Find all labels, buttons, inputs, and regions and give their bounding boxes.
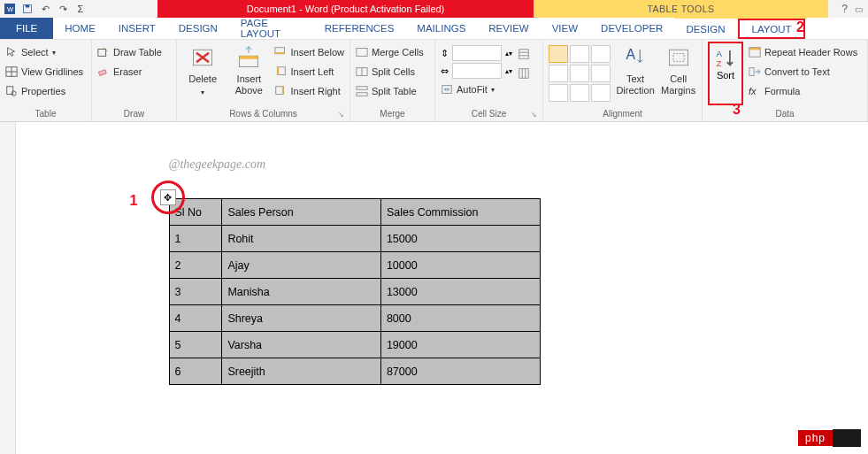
- dropdown-icon: ▾: [491, 86, 495, 94]
- svg-rect-36: [672, 54, 683, 62]
- table-cell[interactable]: 87000: [380, 358, 540, 385]
- save-icon[interactable]: [21, 3, 34, 15]
- insert-above-button[interactable]: Insert Above: [228, 42, 269, 105]
- tab-page-layout[interactable]: PAGE LAYOUT: [229, 18, 313, 39]
- table-cell[interactable]: 1: [169, 226, 222, 252]
- table-row[interactable]: 1Rohit15000: [169, 226, 540, 252]
- text-direction-icon: A: [623, 45, 648, 70]
- alignment-grid[interactable]: [549, 42, 611, 102]
- eraser-button[interactable]: Eraser: [97, 63, 162, 81]
- table-cell[interactable]: 10000: [380, 252, 540, 279]
- distribute-rows-button[interactable]: [518, 45, 534, 63]
- distribute-cols-button[interactable]: [518, 65, 534, 82]
- table-cell[interactable]: 19000: [380, 332, 540, 358]
- tab-review[interactable]: REVIEW: [477, 18, 540, 39]
- table-row[interactable]: 6Sreejith87000: [169, 358, 540, 385]
- distribute-rows-icon: [518, 48, 530, 60]
- php-badge: php: [798, 429, 861, 447]
- dropdown-icon: ▾: [201, 88, 204, 96]
- table-cell[interactable]: 5: [169, 332, 222, 358]
- group-label-data: Data: [708, 107, 862, 121]
- svg-rect-41: [749, 68, 754, 76]
- table-move-handle[interactable]: ✥: [160, 189, 176, 205]
- merge-cells-button[interactable]: Merge Cells: [356, 43, 424, 61]
- draw-table-icon: [97, 46, 110, 58]
- insert-right-icon: [274, 85, 287, 97]
- table-cell[interactable]: Rohit: [222, 226, 381, 252]
- table-cell[interactable]: Manisha: [222, 279, 381, 305]
- table-cell[interactable]: 2: [169, 252, 222, 279]
- tab-references[interactable]: REFERENCES: [313, 18, 406, 39]
- col-width-input[interactable]: ⇔▴▾: [441, 63, 512, 79]
- svg-text:A: A: [626, 47, 636, 62]
- table-row[interactable]: 5Varsha19000: [169, 332, 540, 358]
- dialog-launcher-icon[interactable]: ↘: [338, 111, 344, 119]
- redo-icon[interactable]: ↷: [57, 3, 69, 15]
- insert-below-button[interactable]: Insert Below: [274, 43, 344, 61]
- cell-margins-icon: [666, 45, 691, 70]
- group-label-merge: Merge: [356, 107, 429, 121]
- insert-left-button[interactable]: Insert Left: [274, 63, 344, 81]
- tab-insert[interactable]: INSERT: [107, 18, 167, 39]
- cell-margins-button[interactable]: Cell Margins: [660, 42, 696, 105]
- table-cell[interactable]: Shreya: [222, 305, 381, 332]
- split-cells-icon: [356, 65, 368, 78]
- draw-table-button[interactable]: Draw Table: [97, 43, 162, 61]
- undo-icon[interactable]: ↶: [39, 3, 51, 15]
- tab-design[interactable]: DESIGN: [167, 18, 229, 39]
- table-row[interactable]: 4Shreya8000: [169, 305, 540, 332]
- tab-view[interactable]: VIEW: [541, 18, 589, 39]
- col-width-icon: ⇔: [441, 65, 449, 77]
- select-button[interactable]: Select ▾: [5, 43, 83, 61]
- eraser-icon: [97, 65, 110, 78]
- insert-above-icon: [236, 45, 261, 70]
- table-cell[interactable]: 4: [169, 305, 222, 332]
- autofit-button[interactable]: AutoFit ▾: [441, 81, 512, 98]
- table-cell[interactable]: 15000: [380, 226, 540, 252]
- tab-file[interactable]: FILE: [0, 18, 53, 39]
- sales-table[interactable]: Sl No Sales Person Sales Commission 1Roh…: [169, 198, 541, 385]
- table-cell[interactable]: 6: [169, 358, 222, 385]
- convert-to-text-button[interactable]: Convert to Text: [749, 63, 857, 81]
- svg-rect-9: [98, 50, 106, 57]
- watermark-text: @thegeekpage.com: [169, 158, 753, 172]
- dialog-launcher-icon[interactable]: ↘: [531, 111, 537, 119]
- help-icon[interactable]: ?: [841, 3, 848, 15]
- insert-right-button[interactable]: Insert Right: [274, 82, 344, 100]
- split-table-button[interactable]: Split Table: [356, 82, 424, 100]
- table-cell[interactable]: 8000: [380, 305, 540, 332]
- sort-button[interactable]: AZ Sort: [708, 42, 743, 105]
- tab-mailings[interactable]: MAILINGS: [405, 18, 477, 39]
- ribbon-options-icon[interactable]: ▭: [855, 4, 863, 14]
- table-cell[interactable]: 13000: [380, 279, 540, 305]
- formula-button[interactable]: fxFormula: [749, 82, 857, 100]
- autosum-icon[interactable]: Σ: [74, 3, 87, 15]
- tab-home[interactable]: HOME: [53, 18, 107, 39]
- table-cell[interactable]: Ajay: [222, 252, 381, 279]
- col-header[interactable]: Sales Commission: [380, 199, 540, 226]
- table-cell[interactable]: Sreejith: [222, 358, 381, 385]
- app-icon: W: [4, 3, 16, 15]
- svg-text:A: A: [716, 49, 722, 58]
- col-header[interactable]: Sales Person: [222, 199, 381, 226]
- text-direction-button[interactable]: A Text Direction: [616, 42, 655, 105]
- svg-point-8: [12, 91, 16, 96]
- table-row[interactable]: 2Ajay10000: [169, 252, 540, 279]
- tab-table-design[interactable]: DESIGN: [674, 19, 736, 39]
- svg-rect-25: [357, 87, 367, 90]
- window-title: Document1 - Word (Product Activation Fai…: [157, 0, 534, 18]
- annotation-1: 1: [130, 193, 138, 209]
- table-row[interactable]: 3Manisha13000: [169, 279, 540, 305]
- properties-button[interactable]: Properties: [5, 82, 83, 100]
- repeat-header-rows-button[interactable]: Repeat Header Rows: [749, 43, 857, 61]
- row-height-input[interactable]: ⇕▴▾: [441, 45, 512, 61]
- table-cell[interactable]: 3: [169, 279, 222, 305]
- group-label-table: Table: [5, 107, 86, 121]
- cursor-icon: [5, 46, 18, 58]
- delete-button[interactable]: Delete▾: [182, 42, 223, 105]
- view-gridlines-button[interactable]: View Gridlines: [5, 63, 83, 81]
- split-cells-button[interactable]: Split Cells: [356, 63, 424, 81]
- tab-developer[interactable]: DEVELOPER: [589, 18, 674, 39]
- tab-table-layout[interactable]: LAYOUT: [738, 19, 804, 39]
- table-cell[interactable]: Varsha: [222, 332, 381, 358]
